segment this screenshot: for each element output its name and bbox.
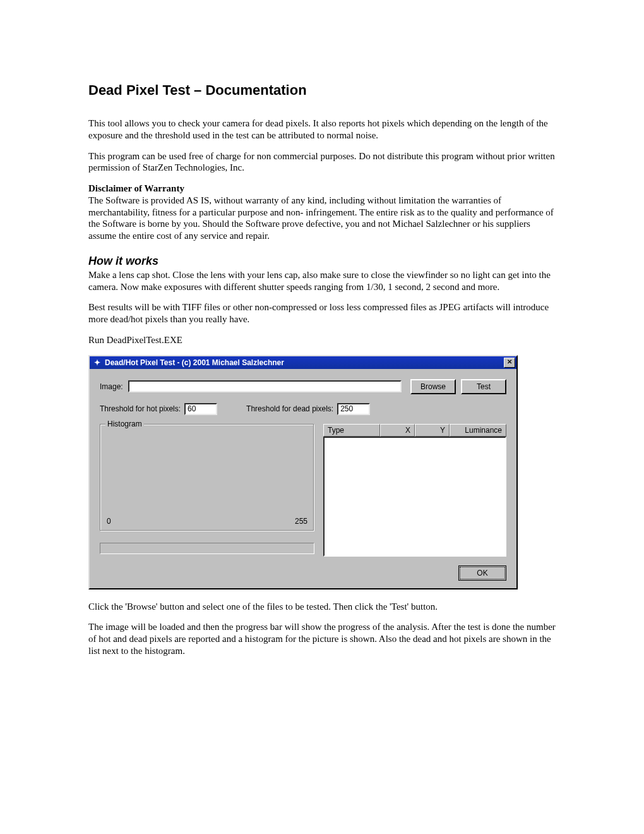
app-icon: ✦ bbox=[92, 358, 102, 368]
after-screenshot-p2: The image will be loaded and then the pr… bbox=[88, 621, 556, 656]
disclaimer-heading: Disclaimer of Warranty bbox=[88, 183, 556, 195]
histogram-legend: Histogram bbox=[105, 420, 144, 428]
intro-paragraph-1: This tool allows you to check your camer… bbox=[88, 118, 556, 142]
bottom-row: OK bbox=[100, 565, 506, 581]
close-icon[interactable]: ✕ bbox=[504, 358, 515, 368]
image-label: Image: bbox=[100, 382, 123, 391]
how-it-works-heading: How it works bbox=[88, 255, 556, 268]
after-screenshot-p1: Click the 'Browse' button and select one… bbox=[88, 601, 556, 613]
threshold-dead-label: Threshold for dead pixels: bbox=[246, 404, 333, 413]
spacer bbox=[217, 409, 246, 409]
how-it-works-p1: Make a lens cap shot. Close the lens wit… bbox=[88, 269, 556, 293]
threshold-dead-input[interactable] bbox=[337, 403, 370, 415]
app-window: ✦ Dead/Hot Pixel Test - (c) 2001 Michael… bbox=[88, 355, 518, 589]
histogram-max: 255 bbox=[295, 517, 307, 526]
doc-title: Dead Pixel Test – Documentation bbox=[88, 82, 556, 99]
disclaimer-body: The Software is provided AS IS, without … bbox=[88, 195, 556, 242]
column-type[interactable]: Type bbox=[323, 424, 380, 437]
column-y[interactable]: Y bbox=[415, 424, 450, 437]
threshold-hot-label: Threshold for hot pixels: bbox=[100, 404, 181, 413]
intro-paragraph-2: This program can be used free of charge … bbox=[88, 150, 556, 174]
how-it-works-p2: Best results will be with TIFF files or … bbox=[88, 301, 556, 325]
run-line: Run DeadPixelTest.EXE bbox=[88, 334, 556, 346]
column-x[interactable]: X bbox=[380, 424, 415, 437]
results-list: Type X Y Luminance bbox=[323, 424, 506, 557]
progress-bar bbox=[100, 543, 314, 554]
image-row: Image: Browse Test bbox=[100, 379, 506, 394]
ok-button[interactable]: OK bbox=[458, 565, 506, 581]
titlebar: ✦ Dead/Hot Pixel Test - (c) 2001 Michael… bbox=[90, 356, 516, 369]
list-body[interactable] bbox=[323, 437, 506, 557]
ok-button-label: OK bbox=[460, 567, 505, 579]
left-column: Histogram 0 255 bbox=[100, 424, 314, 557]
window-title: Dead/Hot Pixel Test - (c) 2001 Michael S… bbox=[105, 358, 504, 367]
client-area: Image: Browse Test Threshold for hot pix… bbox=[90, 369, 516, 588]
threshold-hot-input[interactable] bbox=[184, 403, 217, 415]
histogram-scale: 0 255 bbox=[107, 517, 307, 526]
browse-button[interactable]: Browse bbox=[410, 379, 456, 394]
test-button[interactable]: Test bbox=[461, 379, 506, 394]
list-header: Type X Y Luminance bbox=[323, 424, 506, 437]
threshold-row: Threshold for hot pixels: Threshold for … bbox=[100, 403, 506, 415]
column-luminance[interactable]: Luminance bbox=[450, 424, 506, 437]
histogram-min: 0 bbox=[107, 517, 111, 526]
histogram-groupbox: Histogram 0 255 bbox=[100, 424, 314, 531]
mid-area: Histogram 0 255 Type X Y Luminance bbox=[100, 424, 506, 557]
image-path-input[interactable] bbox=[128, 380, 402, 392]
document-page: Dead Pixel Test – Documentation This too… bbox=[0, 0, 644, 704]
